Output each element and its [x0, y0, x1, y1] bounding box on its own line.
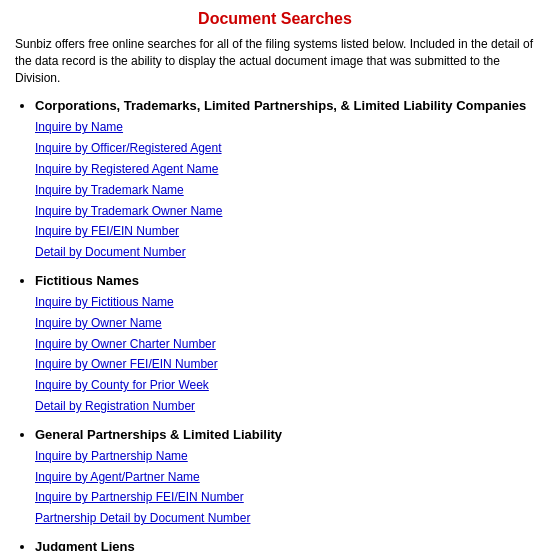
link-inquire-registered-agent[interactable]: Inquire by Registered Agent Name [35, 162, 218, 176]
section-title-fictitious: Fictitious Names [35, 273, 535, 288]
link-fictitious-registration[interactable]: Detail by Registration Number [35, 399, 195, 413]
link-detail-document[interactable]: Detail by Document Number [35, 245, 186, 259]
list-item: Inquire by Trademark Name [35, 180, 535, 201]
section-fictitious: Fictitious Names Inquire by Fictitious N… [35, 273, 535, 417]
list-item: Inquire by Owner FEI/EIN Number [35, 354, 535, 375]
list-item: Inquire by FEI/EIN Number [35, 221, 535, 242]
link-partnership-name[interactable]: Inquire by Partnership Name [35, 449, 188, 463]
link-partnership-fei[interactable]: Inquire by Partnership FEI/EIN Number [35, 490, 244, 504]
list-item: Inquire by Registered Agent Name [35, 159, 535, 180]
section-title-judgment-liens: Judgment Liens [35, 539, 535, 551]
link-agent-partner-name[interactable]: Inquire by Agent/Partner Name [35, 470, 200, 484]
sections-list: Corporations, Trademarks, Limited Partne… [15, 98, 535, 551]
link-fictitious-owner-fei[interactable]: Inquire by Owner FEI/EIN Number [35, 357, 218, 371]
list-item: Detail by Document Number [35, 242, 535, 263]
page-title: Document Searches [15, 10, 535, 28]
list-item: Inquire by Name [35, 117, 535, 138]
list-item: Inquire by Officer/Registered Agent [35, 138, 535, 159]
link-inquire-trademark-name[interactable]: Inquire by Trademark Name [35, 183, 184, 197]
section-judgment-liens: Judgment Liens Inquire by Debtor Name De… [35, 539, 535, 551]
list-item: Inquire by Owner Charter Number [35, 334, 535, 355]
links-list-fictitious: Inquire by Fictitious Name Inquire by Ow… [35, 292, 535, 417]
list-item: Inquire by Fictitious Name [35, 292, 535, 313]
link-partnership-detail[interactable]: Partnership Detail by Document Number [35, 511, 250, 525]
link-fictitious-county[interactable]: Inquire by County for Prior Week [35, 378, 209, 392]
link-inquire-officer[interactable]: Inquire by Officer/Registered Agent [35, 141, 222, 155]
section-title-general-partnerships: General Partnerships & Limited Liability [35, 427, 535, 442]
link-inquire-fei[interactable]: Inquire by FEI/EIN Number [35, 224, 179, 238]
link-fictitious-owner-charter[interactable]: Inquire by Owner Charter Number [35, 337, 216, 351]
list-item: Inquire by County for Prior Week [35, 375, 535, 396]
list-item: Inquire by Partnership Name [35, 446, 535, 467]
list-item: Partnership Detail by Document Number [35, 508, 535, 529]
links-list-general-partnerships: Inquire by Partnership Name Inquire by A… [35, 446, 535, 529]
page-container: Document Searches Sunbiz offers free onl… [0, 0, 550, 551]
section-general-partnerships: General Partnerships & Limited Liability… [35, 427, 535, 529]
link-fictitious-owner-name[interactable]: Inquire by Owner Name [35, 316, 162, 330]
list-item: Inquire by Partnership FEI/EIN Number [35, 487, 535, 508]
link-inquire-trademark-owner[interactable]: Inquire by Trademark Owner Name [35, 204, 222, 218]
link-fictitious-name[interactable]: Inquire by Fictitious Name [35, 295, 174, 309]
list-item: Inquire by Agent/Partner Name [35, 467, 535, 488]
section-title-corporations: Corporations, Trademarks, Limited Partne… [35, 98, 535, 113]
list-item: Detail by Registration Number [35, 396, 535, 417]
links-list-corporations: Inquire by Name Inquire by Officer/Regis… [35, 117, 535, 263]
list-item: Inquire by Trademark Owner Name [35, 201, 535, 222]
list-item: Inquire by Owner Name [35, 313, 535, 334]
link-inquire-name[interactable]: Inquire by Name [35, 120, 123, 134]
section-corporations: Corporations, Trademarks, Limited Partne… [35, 98, 535, 263]
intro-text: Sunbiz offers free online searches for a… [15, 36, 535, 86]
